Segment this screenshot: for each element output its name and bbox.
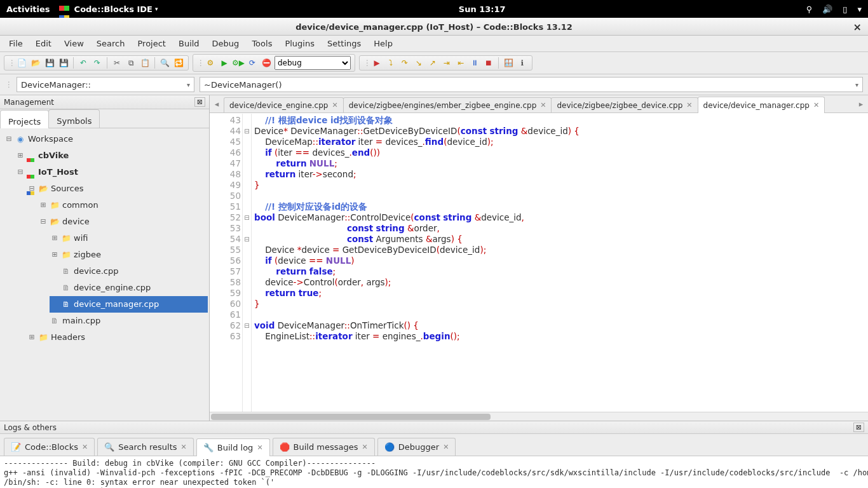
volume-icon[interactable]: 🔊 — [822, 4, 832, 14]
file-device-manager-cpp[interactable]: device_manager.cpp — [74, 296, 159, 313]
editor-tab[interactable]: device/device_manager.cpp✕ — [698, 97, 825, 113]
scope-combo[interactable]: DeviceManager::▾ — [17, 77, 194, 92]
editor-tabstrip: ◂ device/device_engine.cpp✕device/zigbee… — [210, 95, 868, 113]
menu-debug[interactable]: Debug — [212, 39, 240, 48]
log-tab-debugger[interactable]: 🔵Debugger✕ — [377, 438, 456, 456]
tab-close-icon[interactable]: ✕ — [540, 101, 546, 109]
tab-close-icon[interactable]: ✕ — [362, 443, 368, 451]
log-tab-code-blocks[interactable]: 📝Code::Blocks✕ — [4, 438, 95, 456]
menu-plugins[interactable]: Plugins — [285, 39, 315, 48]
log-tab-build-messages[interactable]: 🛑Build messages✕ — [273, 438, 375, 456]
save-all-icon[interactable]: 💾 — [58, 57, 69, 69]
step-into-icon[interactable]: ↘ — [413, 57, 424, 69]
stop-debug-icon[interactable]: ⏹ — [483, 57, 494, 69]
break-icon[interactable]: ⏸ — [469, 57, 480, 69]
build-log-output[interactable]: -------------- Build: debug in cbVike (c… — [0, 456, 868, 488]
abort-icon[interactable]: ⛔ — [261, 57, 272, 69]
panel-app-indicator[interactable]: Code::Blocks IDE▾ — [59, 3, 158, 15]
log-tab-build-log[interactable]: 🔧Build log✕ — [196, 438, 270, 456]
folder-device[interactable]: device — [62, 214, 90, 230]
toolbar-grip[interactable]: ⋮ — [5, 80, 10, 89]
cut-icon[interactable]: ✂ — [111, 57, 123, 69]
step-instr-icon[interactable]: ⇤ — [455, 57, 466, 69]
logs-title: Logs & others — [4, 423, 57, 432]
info-icon[interactable]: ℹ — [517, 57, 528, 69]
toolbar-grip[interactable]: ⋮ — [8, 58, 13, 67]
replace-icon[interactable]: 🔁 — [173, 57, 184, 69]
file-device-engine-cpp[interactable]: device_engine.cpp — [74, 280, 151, 296]
run-to-cursor-icon[interactable]: ⤵ — [385, 57, 397, 69]
build-toolbar: ⋮ ⚙ ▶ ⚙▶ ⟳ ⛔ debug — [193, 54, 355, 72]
file-main-cpp[interactable]: main.cpp — [62, 313, 100, 329]
tab-close-icon[interactable]: ✕ — [813, 101, 819, 109]
user-menu-icon[interactable]: ▾ — [857, 4, 862, 14]
next-instr-icon[interactable]: ⇥ — [441, 57, 452, 69]
debug-start-icon[interactable]: ▶ — [371, 57, 383, 69]
build-icon[interactable]: ⚙ — [205, 57, 216, 69]
folder-zigbee[interactable]: zigbee — [74, 247, 101, 263]
project-cbvike[interactable]: cbVike — [38, 147, 69, 164]
menu-tools[interactable]: Tools — [252, 39, 272, 48]
folder-headers[interactable]: Headers — [51, 329, 85, 346]
menu-view[interactable]: View — [64, 39, 84, 48]
tab-close-icon[interactable]: ✕ — [443, 443, 449, 451]
tab-symbols[interactable]: Symbols — [48, 109, 100, 128]
tab-close-icon[interactable]: ✕ — [82, 443, 88, 451]
panel-clock[interactable]: Sun 13:17 — [459, 4, 506, 14]
run-icon[interactable]: ▶ — [219, 57, 230, 69]
activities-button[interactable]: Activities — [6, 4, 50, 14]
toolbar-grip[interactable]: ⋮ — [363, 58, 369, 67]
logs-close-button[interactable]: ⊠ — [853, 423, 864, 432]
code-body[interactable]: //! 根据device id找到设备对象Device* DeviceManag… — [252, 114, 868, 412]
toolbar-grip[interactable]: ⋮ — [197, 58, 202, 67]
workspace-node[interactable]: Workspace — [28, 131, 73, 147]
tab-scroll-left[interactable]: ◂ — [212, 99, 221, 109]
folder-sources[interactable]: Sources — [51, 180, 83, 197]
menu-help[interactable]: Help — [374, 39, 393, 48]
menu-project[interactable]: Project — [137, 39, 165, 48]
redo-icon[interactable]: ↷ — [92, 57, 103, 69]
new-file-icon[interactable]: 📄 — [16, 57, 27, 69]
window-titlebar: device/device_manager.cpp (IoT_Host) – C… — [0, 18, 868, 36]
undo-icon[interactable]: ↶ — [78, 57, 89, 69]
tab-close-icon[interactable]: ✕ — [686, 101, 692, 109]
fold-gutter[interactable]: ⊟⊟⊟⊟ — [243, 114, 252, 412]
project-tree[interactable]: ⊟◉Workspace ⊞cbVike ⊟IoT_Host ⊟📂Sources … — [0, 128, 209, 421]
build-target-select[interactable]: debug — [275, 56, 351, 70]
paste-icon[interactable]: 📋 — [139, 57, 151, 69]
open-file-icon[interactable]: 📂 — [30, 57, 41, 69]
menu-edit[interactable]: Edit — [36, 39, 51, 48]
menu-search[interactable]: Search — [97, 39, 125, 48]
window-close-button[interactable]: × — [853, 21, 862, 33]
menu-settings[interactable]: Settings — [327, 39, 361, 48]
find-icon[interactable]: 🔍 — [159, 57, 170, 69]
tab-projects[interactable]: Projects — [0, 110, 49, 128]
build-run-icon[interactable]: ⚙▶ — [233, 57, 244, 69]
accessibility-icon[interactable]: ⚲ — [806, 4, 813, 14]
editor-horizontal-scrollbar[interactable] — [210, 412, 868, 421]
rebuild-icon[interactable]: ⟳ — [247, 57, 258, 69]
tab-close-icon[interactable]: ✕ — [257, 444, 262, 452]
menu-build[interactable]: Build — [179, 39, 200, 48]
copy-icon[interactable]: ⧉ — [125, 57, 137, 69]
debug-windows-icon[interactable]: 🪟 — [503, 57, 514, 69]
next-line-icon[interactable]: ↷ — [399, 57, 410, 69]
project-iothost[interactable]: IoT_Host — [38, 164, 78, 180]
tab-scroll-right[interactable]: ▸ — [857, 99, 865, 109]
log-tab-search-results[interactable]: 🔍Search results✕ — [97, 438, 194, 456]
editor-tab[interactable]: device/zigbee/zigbee_device.cpp✕ — [551, 97, 698, 112]
battery-icon[interactable]: ▯ — [843, 4, 847, 14]
editor-tab[interactable]: device/device_engine.cpp✕ — [224, 97, 344, 112]
step-out-icon[interactable]: ↗ — [427, 57, 438, 69]
tab-close-icon[interactable]: ✕ — [181, 443, 187, 451]
management-close-button[interactable]: ⊠ — [194, 97, 205, 107]
symbol-combo[interactable]: ~DeviceManager()▾ — [200, 77, 863, 92]
folder-common[interactable]: common — [62, 197, 98, 214]
tab-close-icon[interactable]: ✕ — [332, 101, 337, 109]
file-device-cpp[interactable]: device.cpp — [74, 263, 118, 280]
folder-wifi[interactable]: wifi — [74, 230, 88, 247]
editor-tab[interactable]: device/zigbee/engines/ember_zigbee_engin… — [343, 97, 552, 112]
code-editor[interactable]: 4344454647484950515253545556575859606162… — [210, 113, 868, 412]
save-icon[interactable]: 💾 — [44, 57, 55, 69]
menu-file[interactable]: File — [9, 39, 23, 48]
